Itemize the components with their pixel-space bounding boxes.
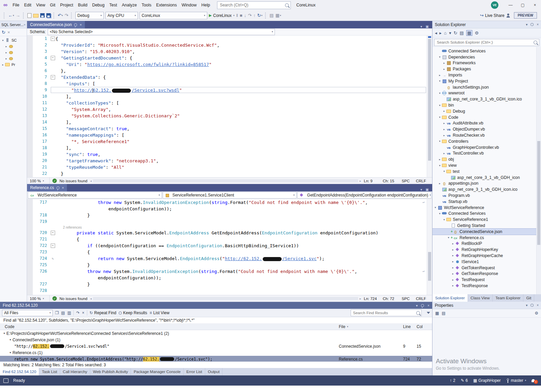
expander-icon[interactable]: ▸ bbox=[4, 51, 8, 54]
tree-item[interactable]: ▸Frameworks bbox=[432, 60, 541, 66]
refresh-icon[interactable]: ↻ bbox=[453, 30, 457, 36]
menu-analyze[interactable]: Analyze bbox=[119, 0, 139, 10]
tree-item[interactable]: ▸obj bbox=[432, 156, 541, 162]
tree-item[interactable]: ▾Controllers bbox=[432, 138, 541, 144]
nav-combo-0[interactable]: WcfServiceReference▾ bbox=[28, 192, 162, 199]
tree-item[interactable]: ▸TestResponse bbox=[432, 283, 541, 289]
menu-tools[interactable]: Tools bbox=[139, 0, 154, 10]
tree-item[interactable]: ▾+Reference.cs bbox=[432, 235, 541, 241]
column-col[interactable]: Col bbox=[417, 324, 432, 329]
tree-item[interactable]: ▸Imports bbox=[432, 72, 541, 78]
save-all-icon[interactable] bbox=[46, 13, 51, 18]
toolbar-grip[interactable] bbox=[265, 13, 267, 19]
code-editor-json[interactable]: 1−{2 "ProviderId": "Microsoft.VisualStud… bbox=[27, 36, 432, 177]
sql-tree-item[interactable]: ▸ bbox=[0, 49, 27, 55]
expander-icon[interactable]: ▾ bbox=[1, 39, 5, 42]
expander-icon[interactable]: ▸ bbox=[451, 260, 455, 263]
expander-icon[interactable]: ▸ bbox=[438, 74, 442, 77]
window-position-icon[interactable]: ▾ bbox=[526, 303, 527, 307]
save-icon[interactable] bbox=[40, 13, 45, 18]
platform-combo[interactable]: Any CPU▾ bbox=[105, 12, 138, 19]
menu-debug[interactable]: Debug bbox=[90, 0, 107, 10]
menu-file[interactable]: File bbox=[10, 0, 22, 10]
find-group-row[interactable]: ▾E:\Projects\GraphHoper\WcfServiceRefere… bbox=[0, 330, 432, 337]
tree-item[interactable]: ▸TestRequest bbox=[432, 277, 541, 283]
pin-icon[interactable] bbox=[74, 23, 77, 26]
tree-item[interactable]: ▾wwwroot bbox=[432, 90, 541, 96]
tree-item[interactable]: ▸AuditAttribute.vb bbox=[432, 120, 541, 126]
expander-icon[interactable]: ▸ bbox=[442, 122, 446, 125]
fold-marker[interactable]: − bbox=[51, 231, 55, 235]
expander-icon[interactable]: ▸ bbox=[451, 254, 455, 257]
horizontal-scrollbar[interactable]: ◂▸ bbox=[90, 179, 361, 183]
minimize-button[interactable]: — bbox=[504, 0, 517, 10]
forward-icon[interactable]: ▸ bbox=[440, 30, 442, 36]
close-icon[interactable]: × bbox=[537, 303, 539, 307]
tree-item[interactable]: asp_net_core_3_1_vb_GDH_icon bbox=[432, 175, 541, 181]
nav-combo-1[interactable]: ServiceReference1.Service1Client▾ bbox=[163, 192, 297, 199]
tree-item[interactable]: ▾My Project bbox=[432, 78, 541, 84]
toolbar-grip[interactable] bbox=[71, 13, 73, 19]
zoom-combo[interactable]: 100 %▾ bbox=[30, 178, 50, 184]
fold-marker[interactable]: − bbox=[51, 75, 55, 79]
find-result-row[interactable]: "http://62.152./Service1.svc?wsdl"Connec… bbox=[0, 343, 432, 349]
copy-icon[interactable]: ❐ bbox=[55, 310, 59, 315]
stop-icon[interactable]: × bbox=[7, 30, 10, 35]
editor-options-icon[interactable]: ▣ bbox=[426, 188, 429, 191]
tab-solution-explorer[interactable]: Solution Explorer bbox=[432, 294, 468, 302]
expander-icon[interactable]: ▾ bbox=[442, 218, 446, 221]
expander-icon[interactable]: ▸ bbox=[451, 242, 455, 245]
column-code[interactable]: Code bbox=[0, 324, 339, 329]
schema-combo[interactable]: <No Schema Selected>▾ bbox=[48, 29, 275, 35]
editor-options-icon[interactable]: ▣ bbox=[426, 25, 429, 28]
expander-icon[interactable]: ▸ bbox=[442, 62, 446, 65]
toolbar-grip[interactable] bbox=[4, 13, 5, 19]
maximize-button[interactable]: ▢ bbox=[517, 0, 529, 10]
tree-item[interactable]: +ConnectedService.json bbox=[432, 229, 541, 235]
expander-icon[interactable]: ▸ bbox=[4, 45, 8, 48]
expander-icon[interactable]: ▾ bbox=[8, 351, 13, 354]
expand-all-icon[interactable]: ▤ bbox=[61, 310, 65, 315]
tree-item[interactable]: ▾test bbox=[432, 168, 541, 175]
repository-indicator[interactable]: ▦GraphHoper bbox=[473, 378, 500, 383]
expander-icon[interactable]: ▸ bbox=[1, 63, 5, 66]
pending-push-indicator[interactable]: ↑2 bbox=[450, 378, 455, 383]
expander-icon[interactable]: ▾ bbox=[2, 332, 6, 335]
find-results-search-input[interactable] bbox=[352, 310, 416, 315]
refresh-icon[interactable]: ↻▾ bbox=[257, 13, 262, 18]
tree-item[interactable]: ▸GetTokenRequest bbox=[432, 265, 541, 271]
tab-call-hierarchy[interactable]: Call Hierarchy bbox=[60, 368, 90, 375]
quick-search[interactable] bbox=[217, 1, 291, 9]
tree-item[interactable]: ▸ObjectDumper.vb bbox=[432, 126, 541, 132]
tree-item[interactable]: ▸Packages bbox=[432, 66, 541, 72]
expander-icon[interactable]: ▸ bbox=[451, 284, 455, 287]
tab-list-dropdown-icon[interactable]: ▾ bbox=[421, 188, 422, 191]
toolbar-grip[interactable] bbox=[53, 13, 55, 19]
expander-icon[interactable]: ▸ bbox=[4, 57, 8, 60]
tree-item[interactable]: ▸GetTokenResponse bbox=[432, 271, 541, 277]
sql-tree-item[interactable]: ▸ bbox=[0, 43, 27, 49]
menu-window[interactable]: Window bbox=[179, 0, 199, 10]
properties-icon[interactable]: ⚙ bbox=[475, 30, 479, 36]
window-position-icon[interactable]: ▾ bbox=[416, 304, 418, 307]
close-button[interactable]: × bbox=[529, 0, 541, 10]
pin-icon[interactable] bbox=[531, 304, 534, 307]
navigate-back-icon[interactable]: ←▾ bbox=[8, 13, 14, 18]
tab-task-list[interactable]: Task List bbox=[39, 368, 60, 375]
column-line[interactable]: Line bbox=[403, 324, 417, 329]
overflow-chevron-icon[interactable]: » bbox=[24, 23, 25, 26]
horizontal-scrollbar[interactable]: ◂▸ bbox=[90, 297, 361, 300]
code-map-icon[interactable]: ▤ bbox=[269, 13, 274, 18]
expander-icon[interactable]: ▸ bbox=[451, 272, 455, 275]
expander-icon[interactable]: ▸ bbox=[438, 158, 442, 161]
tree-item[interactable]: ▾Connected Services bbox=[432, 211, 541, 217]
pin-icon[interactable] bbox=[421, 304, 424, 307]
tree-item[interactable]: ▸RetGraphHoperKey bbox=[432, 247, 541, 253]
tree-item[interactable]: ▾Dependencies bbox=[432, 54, 541, 60]
back-icon[interactable]: ◂ bbox=[435, 30, 437, 36]
find-result-row[interactable]: return new System.ServiceModel.EndpointA… bbox=[0, 356, 432, 362]
menu-project[interactable]: Project bbox=[58, 0, 76, 10]
tab-error-list[interactable]: Error List bbox=[184, 368, 205, 375]
tab-package-manager-console[interactable]: Package Manager Console bbox=[131, 368, 184, 375]
quick-search-input[interactable] bbox=[219, 2, 285, 8]
